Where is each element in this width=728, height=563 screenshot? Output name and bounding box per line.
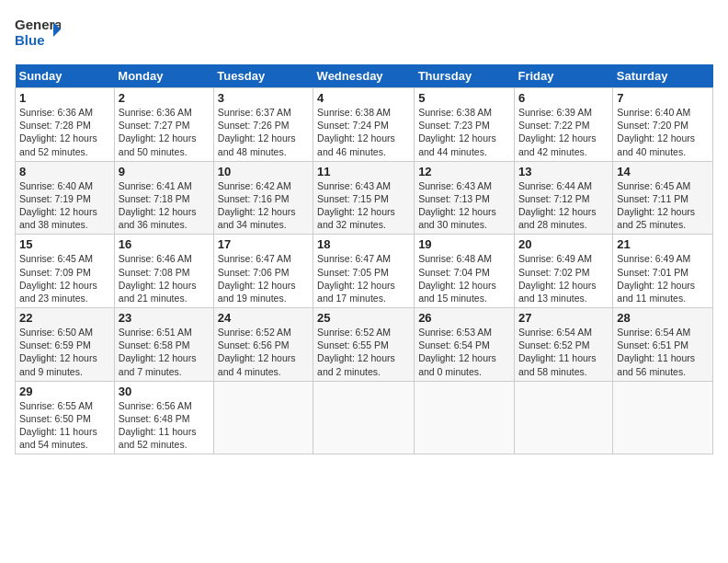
day-cell: 8Sunrise: 6:40 AM Sunset: 7:19 PM Daylig… (16, 161, 115, 235)
day-cell: 23Sunrise: 6:51 AM Sunset: 6:58 PM Dayli… (114, 308, 213, 382)
week-row-3: 15Sunrise: 6:45 AM Sunset: 7:09 PM Dayli… (16, 235, 713, 308)
day-cell: 26Sunrise: 6:53 AM Sunset: 6:54 PM Dayli… (415, 308, 515, 382)
day-cell: 19Sunrise: 6:48 AM Sunset: 7:04 PM Dayli… (415, 235, 515, 308)
day-cell: 20Sunrise: 6:49 AM Sunset: 7:02 PM Dayli… (514, 235, 612, 308)
day-cell: 9Sunrise: 6:41 AM Sunset: 7:18 PM Daylig… (114, 161, 213, 235)
day-number: 13 (518, 165, 609, 178)
day-cell: 22Sunrise: 6:50 AM Sunset: 6:59 PM Dayli… (16, 308, 115, 382)
day-cell: 10Sunrise: 6:42 AM Sunset: 7:16 PM Dayli… (213, 161, 313, 235)
day-cell: 4Sunrise: 6:38 AM Sunset: 7:24 PM Daylig… (313, 88, 415, 162)
day-cell: 27Sunrise: 6:54 AM Sunset: 6:52 PM Dayli… (514, 308, 612, 382)
weekday-header-monday: Monday (114, 64, 213, 88)
day-number: 20 (518, 237, 609, 251)
day-number: 8 (19, 165, 110, 178)
day-number: 15 (19, 237, 110, 251)
weekday-header-wednesday: Wednesday (313, 64, 415, 88)
day-number: 19 (418, 237, 510, 251)
svg-text:Blue: Blue (15, 32, 45, 48)
day-number: 6 (518, 91, 609, 105)
weekday-header-row: SundayMondayTuesdayWednesdayThursdayFrid… (16, 64, 713, 88)
day-cell: 18Sunrise: 6:47 AM Sunset: 7:05 PM Dayli… (313, 235, 415, 308)
day-cell: 15Sunrise: 6:45 AM Sunset: 7:09 PM Dayli… (16, 235, 115, 308)
day-info: Sunrise: 6:47 AM Sunset: 7:06 PM Dayligh… (218, 252, 309, 304)
logo-svg: GeneralBlue (15, 15, 61, 55)
day-info: Sunrise: 6:46 AM Sunset: 7:08 PM Dayligh… (119, 252, 210, 304)
day-number: 11 (317, 165, 410, 178)
week-row-2: 8Sunrise: 6:40 AM Sunset: 7:19 PM Daylig… (16, 161, 713, 235)
day-info: Sunrise: 6:38 AM Sunset: 7:23 PM Dayligh… (418, 106, 510, 158)
day-cell (514, 381, 612, 454)
day-info: Sunrise: 6:43 AM Sunset: 7:15 PM Dayligh… (317, 179, 410, 232)
day-cell: 17Sunrise: 6:47 AM Sunset: 7:06 PM Dayli… (213, 235, 313, 308)
day-number: 23 (119, 311, 210, 325)
day-cell: 24Sunrise: 6:52 AM Sunset: 6:56 PM Dayli… (213, 308, 313, 382)
day-cell (415, 381, 515, 454)
weekday-header-tuesday: Tuesday (213, 64, 313, 88)
day-cell: 12Sunrise: 6:43 AM Sunset: 7:13 PM Dayli… (415, 161, 515, 235)
day-number: 29 (19, 385, 110, 398)
day-number: 17 (218, 237, 309, 251)
day-number: 7 (617, 91, 709, 105)
day-cell: 30Sunrise: 6:56 AM Sunset: 6:48 PM Dayli… (114, 381, 213, 454)
day-info: Sunrise: 6:54 AM Sunset: 6:52 PM Dayligh… (518, 326, 609, 378)
day-number: 28 (617, 311, 709, 325)
day-cell: 28Sunrise: 6:54 AM Sunset: 6:51 PM Dayli… (613, 308, 713, 382)
day-number: 10 (218, 165, 309, 178)
day-info: Sunrise: 6:40 AM Sunset: 7:19 PM Dayligh… (19, 179, 110, 232)
day-info: Sunrise: 6:36 AM Sunset: 7:28 PM Dayligh… (19, 106, 110, 158)
week-row-4: 22Sunrise: 6:50 AM Sunset: 6:59 PM Dayli… (16, 308, 713, 382)
day-cell: 2Sunrise: 6:36 AM Sunset: 7:27 PM Daylig… (114, 88, 213, 162)
logo: GeneralBlue (15, 15, 61, 55)
day-info: Sunrise: 6:45 AM Sunset: 7:11 PM Dayligh… (617, 179, 709, 232)
header: GeneralBlue (15, 15, 713, 55)
day-cell: 29Sunrise: 6:55 AM Sunset: 6:50 PM Dayli… (16, 381, 115, 454)
day-number: 24 (218, 311, 309, 325)
day-number: 9 (119, 165, 210, 178)
day-info: Sunrise: 6:56 AM Sunset: 6:48 PM Dayligh… (119, 399, 210, 452)
day-cell (313, 381, 415, 454)
day-info: Sunrise: 6:54 AM Sunset: 6:51 PM Dayligh… (617, 326, 709, 378)
day-cell: 1Sunrise: 6:36 AM Sunset: 7:28 PM Daylig… (16, 88, 115, 162)
day-info: Sunrise: 6:49 AM Sunset: 7:02 PM Dayligh… (518, 252, 609, 304)
day-info: Sunrise: 6:43 AM Sunset: 7:13 PM Dayligh… (418, 179, 510, 232)
day-info: Sunrise: 6:48 AM Sunset: 7:04 PM Dayligh… (418, 252, 510, 304)
day-number: 25 (317, 311, 410, 325)
day-info: Sunrise: 6:40 AM Sunset: 7:20 PM Dayligh… (617, 106, 709, 158)
day-info: Sunrise: 6:55 AM Sunset: 6:50 PM Dayligh… (19, 399, 110, 452)
day-info: Sunrise: 6:52 AM Sunset: 6:55 PM Dayligh… (317, 326, 410, 378)
day-info: Sunrise: 6:36 AM Sunset: 7:27 PM Dayligh… (119, 106, 210, 158)
day-cell: 16Sunrise: 6:46 AM Sunset: 7:08 PM Dayli… (114, 235, 213, 308)
weekday-header-sunday: Sunday (16, 64, 115, 88)
day-number: 26 (418, 311, 510, 325)
day-cell: 5Sunrise: 6:38 AM Sunset: 7:23 PM Daylig… (415, 88, 515, 162)
day-cell: 11Sunrise: 6:43 AM Sunset: 7:15 PM Dayli… (313, 161, 415, 235)
day-number: 27 (518, 311, 609, 325)
week-row-1: 1Sunrise: 6:36 AM Sunset: 7:28 PM Daylig… (16, 88, 713, 162)
weekday-header-thursday: Thursday (415, 64, 515, 88)
day-cell: 3Sunrise: 6:37 AM Sunset: 7:26 PM Daylig… (213, 88, 313, 162)
day-info: Sunrise: 6:52 AM Sunset: 6:56 PM Dayligh… (218, 326, 309, 378)
day-cell (613, 381, 713, 454)
day-info: Sunrise: 6:44 AM Sunset: 7:12 PM Dayligh… (518, 179, 609, 232)
week-row-5: 29Sunrise: 6:55 AM Sunset: 6:50 PM Dayli… (16, 381, 713, 454)
day-cell (213, 381, 313, 454)
day-number: 5 (418, 91, 510, 105)
day-info: Sunrise: 6:38 AM Sunset: 7:24 PM Dayligh… (317, 106, 410, 158)
day-number: 1 (19, 91, 110, 105)
day-cell: 21Sunrise: 6:49 AM Sunset: 7:01 PM Dayli… (613, 235, 713, 308)
day-number: 14 (617, 165, 709, 178)
day-info: Sunrise: 6:39 AM Sunset: 7:22 PM Dayligh… (518, 106, 609, 158)
day-cell: 25Sunrise: 6:52 AM Sunset: 6:55 PM Dayli… (313, 308, 415, 382)
day-number: 16 (119, 237, 210, 251)
day-info: Sunrise: 6:51 AM Sunset: 6:58 PM Dayligh… (119, 326, 210, 378)
day-number: 3 (218, 91, 309, 105)
page-container: GeneralBlue SundayMondayTuesdayWednesday… (0, 0, 728, 462)
day-number: 30 (119, 385, 210, 398)
day-cell: 13Sunrise: 6:44 AM Sunset: 7:12 PM Dayli… (514, 161, 612, 235)
day-info: Sunrise: 6:50 AM Sunset: 6:59 PM Dayligh… (19, 326, 110, 378)
day-info: Sunrise: 6:49 AM Sunset: 7:01 PM Dayligh… (617, 252, 709, 304)
day-number: 2 (119, 91, 210, 105)
calendar-table: SundayMondayTuesdayWednesdayThursdayFrid… (15, 64, 713, 454)
day-info: Sunrise: 6:47 AM Sunset: 7:05 PM Dayligh… (317, 252, 410, 304)
day-info: Sunrise: 6:37 AM Sunset: 7:26 PM Dayligh… (218, 106, 309, 158)
